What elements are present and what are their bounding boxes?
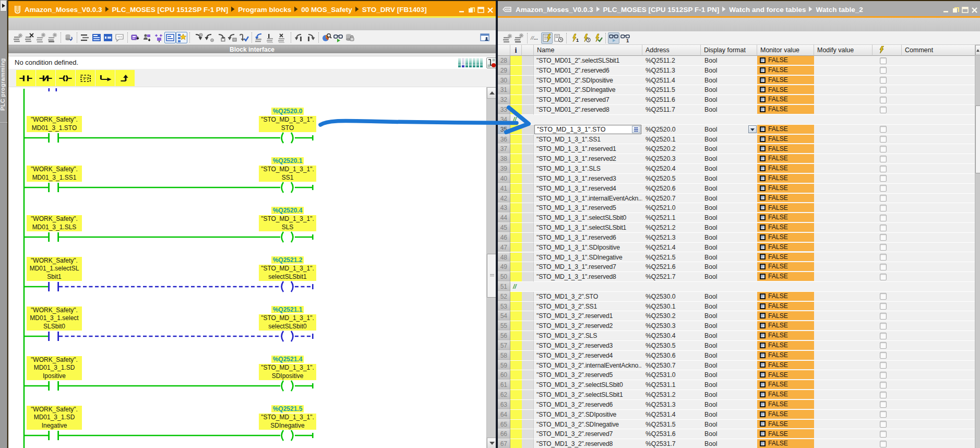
insert-network-button[interactable]	[13, 32, 24, 43]
tag-icon-cell[interactable]	[522, 213, 534, 223]
modify-value-cell[interactable]	[814, 262, 873, 272]
address-cell[interactable]: %Q2521.3	[642, 233, 701, 243]
monitor-value-cell[interactable]: FALSE	[757, 361, 814, 371]
comment-cell[interactable]	[902, 439, 975, 448]
display-format-cell[interactable]: Bool	[701, 253, 757, 263]
comment-cell[interactable]	[902, 144, 975, 154]
network-comments-button[interactable]	[114, 32, 125, 43]
watch-maximize-button[interactable]	[962, 6, 969, 13]
table-row[interactable]: 52"STO_MD1_3_2".STO%Q2530.0BoolFALSE	[498, 292, 975, 302]
monitor-value-cell[interactable]: FALSE	[757, 184, 814, 194]
address-cell[interactable]: %Q2521.5	[642, 253, 701, 263]
modify-value-cell[interactable]	[814, 311, 873, 321]
display-format-cell[interactable]: Bool	[701, 321, 757, 331]
address-cell[interactable]: %Q2531.0	[642, 370, 701, 380]
insert-row-button[interactable]	[502, 32, 513, 44]
row-marker-cell[interactable]	[510, 213, 522, 223]
table-row[interactable]: 62"STO_MD1_3_2".selectSLSbit1%Q2531.2Boo…	[498, 390, 975, 400]
monitor-value-cell[interactable]: FALSE	[757, 203, 814, 213]
row-marker-cell[interactable]	[510, 223, 522, 233]
row-number[interactable]: 51	[498, 282, 510, 292]
coil-address[interactable]: %Q2521.2	[271, 256, 304, 264]
table-row[interactable]: 44"STO_MD_1_3_1".selectSLSbit0%Q2521.1Bo…	[498, 213, 975, 223]
address-cell[interactable]: %Q2530.0	[642, 292, 701, 302]
display-format-cell[interactable]: Bool	[701, 66, 757, 76]
modify-value-cell[interactable]	[814, 292, 873, 302]
row-marker-cell[interactable]	[510, 125, 522, 135]
display-format-cell[interactable]: Bool	[701, 272, 757, 282]
comment-cell[interactable]	[902, 380, 975, 390]
row-marker-cell[interactable]	[510, 66, 522, 76]
row-marker-cell[interactable]	[510, 361, 522, 371]
trigger-cell[interactable]	[873, 420, 902, 430]
close-branch-button[interactable]	[115, 70, 135, 86]
address-cell[interactable]: %Q2511.7	[642, 105, 701, 115]
row-marker-cell[interactable]	[510, 95, 522, 105]
insert-row-below-button[interactable]	[47, 32, 58, 43]
modify-value-cell[interactable]	[814, 105, 873, 115]
name-cell[interactable]: "STO_MD1_3_2".internalEventAckno..	[534, 361, 642, 371]
tag-icon-cell[interactable]	[522, 184, 534, 194]
display-format-cell[interactable]: Bool	[701, 341, 757, 351]
monitor-value-cell[interactable]: FALSE	[757, 439, 814, 448]
monitor-value-cell[interactable]: FALSE	[757, 341, 814, 351]
scrollbar-thumb[interactable]	[975, 105, 980, 173]
name-cell[interactable]: "STO_MD01_2".reserved6	[534, 66, 642, 76]
name-cell[interactable]: "STO_MD1_3_2".SS1	[534, 302, 642, 312]
monitor-value-cell[interactable]: FALSE	[757, 125, 814, 135]
address-cell[interactable]: %Q2530.3	[642, 321, 701, 331]
trigger-cell[interactable]	[873, 164, 902, 174]
modify-value-cell[interactable]	[814, 194, 873, 204]
modify-value-cell[interactable]	[814, 184, 873, 194]
table-row[interactable]: 38"STO_MD_1_3_1".reserved2%Q2520.3BoolFA…	[498, 154, 975, 164]
row-marker-cell[interactable]	[510, 331, 522, 341]
name-edit-field[interactable]: "STO_MD_1_3_1".STO	[534, 125, 641, 134]
name-cell[interactable]: "STO_MD_1_3_1".reserved4	[534, 184, 642, 194]
trigger-cell[interactable]	[873, 439, 902, 448]
comment-row-area[interactable]	[510, 115, 975, 125]
row-number[interactable]: 58	[498, 351, 510, 361]
add-row-button[interactable]	[513, 32, 525, 44]
trigger-cell[interactable]	[873, 321, 902, 331]
name-cell[interactable]: "STO_MD1_3_2".SLS	[534, 331, 642, 341]
name-cell[interactable]: "STO_MD1_3_2".reserved4	[534, 351, 642, 361]
row-number[interactable]: 66	[498, 429, 510, 439]
name-cell[interactable]: "STO_MD_1_3_1".reserved6	[534, 233, 642, 243]
table-row[interactable]: 58"STO_MD1_3_2".reserved4%Q2530.6BoolFAL…	[498, 351, 975, 361]
tag-icon-cell[interactable]	[522, 85, 534, 95]
name-cell[interactable]: "STO_MD_1_3_1".reserved2	[534, 154, 642, 164]
display-format-cell[interactable]: Bool	[701, 144, 757, 154]
address-cell[interactable]: %Q2511.6	[642, 95, 701, 105]
row-number[interactable]: 32	[498, 95, 510, 105]
tag-icon-cell[interactable]	[522, 292, 534, 302]
trigger-cell[interactable]	[873, 272, 902, 282]
comment-cell[interactable]	[902, 243, 975, 253]
display-format-cell[interactable]: Bool	[701, 351, 757, 361]
name-cell[interactable]: "STO_MD_1_3_1".selectSLSbit1	[534, 223, 642, 233]
column-header-modify-value[interactable]: Modify value	[814, 45, 873, 56]
watch-restore-button[interactable]	[952, 6, 959, 13]
scroll-up-button[interactable]	[975, 45, 980, 55]
row-marker-cell[interactable]	[510, 233, 522, 243]
table-row[interactable]: 66"STO_MD1_3_2".reserved7%Q2531.6BoolFAL…	[498, 429, 975, 439]
trigger-cell[interactable]	[873, 85, 902, 95]
undo-status-button[interactable]	[192, 32, 204, 43]
comment-rows-button[interactable]: //...	[530, 32, 541, 44]
table-row[interactable]: 28"STO_MD01_2".selectSLSbit1%Q2511.2Bool…	[498, 56, 975, 66]
operand-representation-menu-button[interactable]	[141, 32, 153, 43]
display-format-cell[interactable]: Bool	[701, 223, 757, 233]
trigger-cell[interactable]	[873, 311, 902, 321]
open-branch-button[interactable]	[95, 70, 115, 86]
table-row[interactable]: 39"STO_MD_1_3_1".SLS%Q2520.4BoolFALSE	[498, 164, 975, 174]
modify-with-trigger-button[interactable]	[580, 32, 592, 44]
row-number[interactable]: 59	[498, 361, 510, 371]
table-row[interactable]: 29"STO_MD01_2".reserved6%Q2511.3BoolFALS…	[498, 66, 975, 76]
row-marker-cell[interactable]	[510, 76, 522, 86]
row-number[interactable]: 38	[498, 154, 510, 164]
monitor-all-button[interactable]	[541, 32, 553, 44]
trigger-cell[interactable]	[873, 213, 902, 223]
modify-value-cell[interactable]	[814, 95, 873, 105]
monitor-value-cell[interactable]: FALSE	[757, 76, 814, 86]
consistency-check-button[interactable]	[226, 32, 238, 43]
coil-operand-label[interactable]: "STO_MD_1_3_1".SS1	[259, 166, 316, 182]
